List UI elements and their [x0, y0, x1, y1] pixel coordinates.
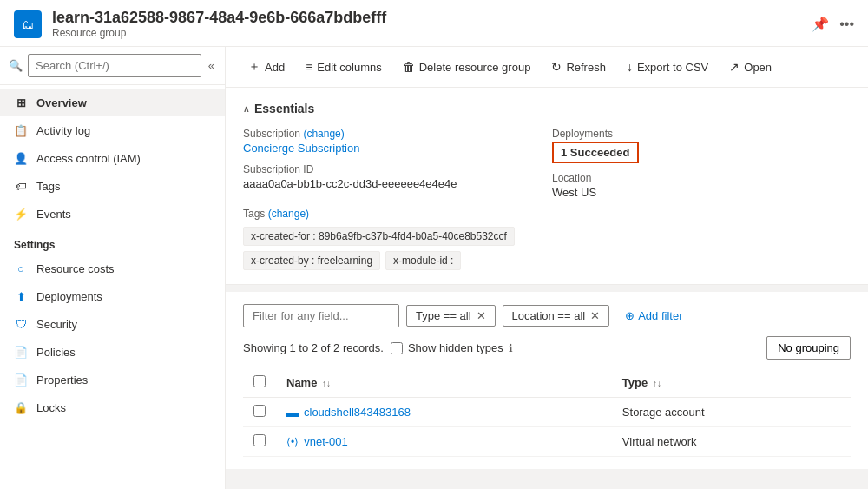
sidebar-item-label: Deployments [36, 290, 102, 303]
row-checkbox[interactable] [253, 434, 266, 446]
locks-icon: 🔒 [14, 400, 28, 414]
delete-icon: 🗑 [403, 60, 415, 74]
location-label: Location [552, 172, 851, 184]
sidebar-item-label: Locks [36, 401, 66, 414]
collapse-button[interactable]: « [207, 57, 216, 74]
filter-bar: Type == all ✕ Location == all ✕ ⊕ Add fi… [243, 304, 851, 327]
sidebar-item-label: Overview [36, 96, 87, 109]
sidebar-item-resource-costs[interactable]: ○ Resource costs [0, 254, 225, 282]
resource-group-icon: 🗂 [14, 10, 42, 38]
sidebar-item-activity-log[interactable]: 📋 Activity log [0, 116, 225, 144]
refresh-icon: ↻ [551, 60, 562, 74]
storage-icon: ▬ [286, 406, 299, 420]
open-button[interactable]: ↗ Open [720, 55, 780, 79]
add-filter-button[interactable]: ⊕ Add filter [616, 306, 691, 326]
select-all-checkbox[interactable] [253, 375, 266, 387]
sidebar-item-locks[interactable]: 🔒 Locks [0, 393, 225, 421]
more-icon[interactable]: ••• [839, 17, 854, 32]
tag-item: x-created-by : freelearning [243, 251, 380, 270]
events-icon: ⚡ [14, 207, 28, 221]
pin-icon[interactable]: 📌 [812, 16, 829, 32]
sidebar-item-policies[interactable]: 📄 Policies [0, 338, 225, 366]
edit-columns-icon: ≡ [306, 60, 312, 74]
sidebar-item-label: Access control (IAM) [36, 152, 141, 165]
subscription-label: Subscription (change) [243, 128, 542, 140]
tag-item: x-created-for : 89b6a9fb-c37b-4fd4-b0a5-… [243, 227, 515, 246]
essentials-chevron[interactable]: ∧ [243, 104, 249, 114]
page-header: 🗂 learn-31a62588-9867-48a4-9e6b-666a7bdb… [0, 0, 868, 47]
sidebar-item-properties[interactable]: 📄 Properties [0, 366, 225, 393]
sidebar-item-label: Tags [36, 180, 60, 193]
sidebar-item-access-control[interactable]: 👤 Access control (IAM) [0, 144, 225, 172]
essentials-title: Essentials [254, 102, 314, 116]
no-grouping-button[interactable]: No grouping [766, 336, 851, 360]
search-input[interactable] [28, 54, 201, 77]
deployments-icon: ⬆ [14, 289, 28, 303]
essentials-header: ∧ Essentials [243, 102, 851, 116]
policies-icon: 📄 [14, 345, 28, 359]
sidebar-item-overview[interactable]: ⊞ Overview [0, 89, 225, 116]
resource-type-cell: Virtual network [612, 427, 851, 457]
toolbar: ＋ Add ≡ Edit columns 🗑 Delete resource g… [226, 47, 868, 88]
add-filter-icon: ⊕ [625, 309, 635, 322]
sidebar-item-security[interactable]: 🛡 Security [0, 310, 225, 338]
location-filter-clear[interactable]: ✕ [590, 309, 600, 322]
type-filter-chip[interactable]: Type == all ✕ [406, 305, 496, 327]
subscription-id-value: aaaa0a0a-bb1b-cc2c-dd3d-eeeeee4e4e4e [243, 177, 542, 190]
deployments-field: Deployments 1 Succeeded [552, 128, 851, 163]
resource-link[interactable]: ⟨•⟩ vnet-001 [286, 435, 602, 448]
sidebar-item-events[interactable]: ⚡ Events [0, 200, 225, 228]
filter-input[interactable] [243, 304, 399, 327]
sidebar-item-label: Policies [36, 346, 76, 359]
sidebar-nav: ⊞ Overview 📋 Activity log 👤 Access contr… [0, 85, 225, 489]
essentials-section: ∧ Essentials Subscription (change) Conci… [226, 88, 868, 285]
tags-icon: 🏷 [14, 179, 28, 193]
subscription-id-field: Subscription ID aaaa0a0a-bb1b-cc2c-dd3d-… [243, 163, 542, 190]
refresh-button[interactable]: ↻ Refresh [542, 55, 615, 79]
table-row: ⟨•⟩ vnet-001 Virtual network [243, 427, 851, 457]
tags-list: x-created-for : 89b6a9fb-c37b-4fd4-b0a5-… [243, 227, 542, 270]
info-icon: ℹ [509, 342, 513, 354]
show-hidden-label[interactable]: Show hidden types ℹ [391, 341, 513, 354]
type-column-header: Type ↑↓ [612, 368, 851, 398]
records-row: Showing 1 to 2 of 2 records. Show hidden… [243, 336, 851, 360]
tag-item: x-module-id : [385, 251, 461, 270]
succeeded-badge[interactable]: 1 Succeeded [552, 142, 639, 163]
name-sort-icon[interactable]: ↑↓ [322, 379, 331, 388]
resource-name-cell: ⟨•⟩ vnet-001 [276, 427, 612, 457]
settings-section-title: Settings [0, 228, 225, 254]
subscription-value-link[interactable]: Concierge Subscription [243, 142, 359, 155]
sidebar-search-bar: 🔍 « [0, 47, 225, 85]
table-row: ▬ cloudshell843483168 Storage account [243, 398, 851, 427]
select-all-col [243, 368, 276, 398]
properties-icon: 📄 [14, 373, 28, 387]
sidebar-item-tags[interactable]: 🏷 Tags [0, 172, 225, 200]
sidebar-item-label: Security [36, 318, 77, 331]
type-filter-clear[interactable]: ✕ [477, 309, 486, 322]
tags-field: Tags (change) x-created-for : 89b6a9fb-c… [243, 208, 542, 270]
subscription-change-link[interactable]: (change) [303, 128, 344, 140]
sidebar-item-label: Resource costs [36, 262, 115, 275]
subscription-id-label: Subscription ID [243, 163, 542, 175]
page-subtitle: Resource group [52, 27, 801, 39]
resource-costs-icon: ○ [14, 261, 28, 275]
sidebar-item-deployments[interactable]: ⬆ Deployments [0, 282, 225, 310]
type-sort-icon[interactable]: ↑↓ [653, 379, 661, 388]
page-title: learn-31a62588-9867-48a4-9e6b-666a7bdbef… [52, 9, 801, 27]
row-checkbox[interactable] [253, 405, 266, 417]
add-button[interactable]: ＋ Add [240, 54, 293, 80]
activity-log-icon: 📋 [14, 123, 28, 137]
edit-columns-button[interactable]: ≡ Edit columns [297, 55, 391, 79]
resource-type-cell: Storage account [612, 398, 851, 427]
export-button[interactable]: ↓ Export to CSV [618, 55, 717, 79]
vnet-icon: ⟨•⟩ [286, 436, 299, 448]
name-column-header: Name ↑↓ [276, 368, 612, 398]
show-hidden-checkbox[interactable] [391, 342, 403, 354]
resource-link[interactable]: ▬ cloudshell843483168 [286, 406, 602, 420]
tags-change-link[interactable]: (change) [268, 208, 309, 220]
header-title-block: learn-31a62588-9867-48a4-9e6b-666a7bdbef… [52, 9, 801, 39]
delete-button[interactable]: 🗑 Delete resource group [394, 55, 540, 79]
location-filter-chip[interactable]: Location == all ✕ [503, 305, 610, 327]
sidebar-item-label: Activity log [36, 124, 90, 137]
records-count: Showing 1 to 2 of 2 records. [243, 341, 384, 354]
